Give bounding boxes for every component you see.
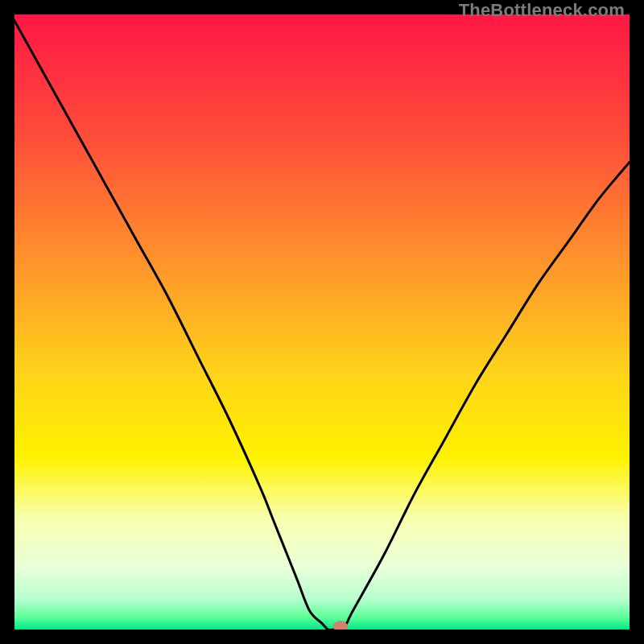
watermark-text: TheBottleneck.com [459,0,625,21]
bottleneck-chart [14,14,630,630]
chart-background [14,14,630,630]
